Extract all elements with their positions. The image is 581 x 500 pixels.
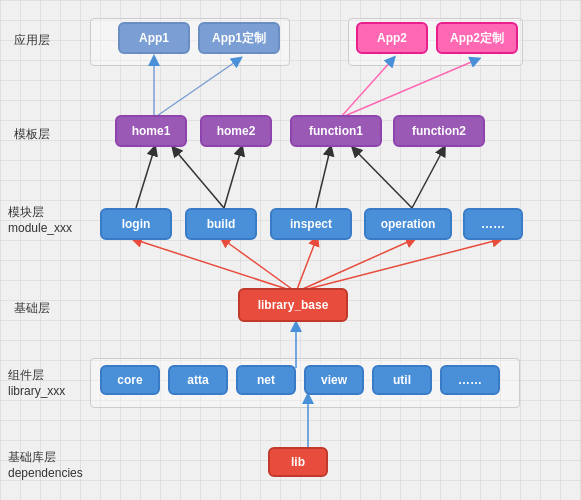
svg-line-1 — [154, 60, 238, 118]
node-lib: lib — [268, 447, 328, 477]
node-function1: function1 — [290, 115, 382, 147]
node-view: view — [304, 365, 364, 395]
node-app2-custom: App2定制 — [436, 22, 518, 54]
node-atta: atta — [168, 365, 228, 395]
svg-line-5 — [175, 150, 224, 208]
node-util: util — [372, 365, 432, 395]
node-library-base: library_base — [238, 288, 348, 322]
svg-line-2 — [340, 60, 392, 118]
svg-line-11 — [224, 240, 296, 292]
arrows-svg — [0, 0, 581, 500]
svg-line-8 — [355, 150, 412, 208]
svg-line-10 — [136, 240, 296, 292]
node-app1: App1 — [118, 22, 190, 54]
svg-line-7 — [316, 150, 330, 208]
node-function2: function2 — [393, 115, 485, 147]
svg-line-9 — [412, 150, 443, 208]
node-login: login — [100, 208, 172, 240]
node-component-dots: …… — [440, 365, 500, 395]
node-net: net — [236, 365, 296, 395]
node-operation: operation — [364, 208, 452, 240]
node-core: core — [100, 365, 160, 395]
svg-line-6 — [224, 150, 241, 208]
svg-line-3 — [340, 60, 476, 118]
node-app1-custom: App1定制 — [198, 22, 280, 54]
node-build: build — [185, 208, 257, 240]
node-inspect: inspect — [270, 208, 352, 240]
svg-line-4 — [136, 150, 154, 208]
architecture-diagram: 应用层 模板层 模块层module_xxx 基础层 组件层library_xxx… — [0, 0, 581, 500]
node-module-dots: …… — [463, 208, 523, 240]
node-home1: home1 — [115, 115, 187, 147]
svg-line-14 — [296, 240, 498, 292]
node-app2: App2 — [356, 22, 428, 54]
node-home2: home2 — [200, 115, 272, 147]
